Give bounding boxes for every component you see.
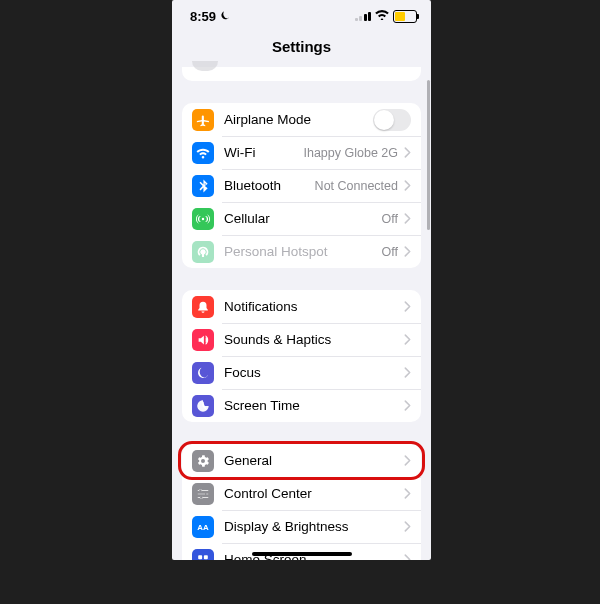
row-hotspot[interactable]: Personal HotspotOff [182, 235, 421, 268]
status-bar: 8:59 [172, 0, 431, 28]
settings-group: Airplane ModeWi-FiIhappy Globe 2GBluetoo… [182, 103, 421, 268]
row-label: Focus [224, 365, 261, 380]
settings-group: NotificationsSounds & HapticsFocusScreen… [182, 290, 421, 422]
chevron-right-icon [404, 180, 411, 191]
cellular-signal-icon [355, 11, 372, 21]
profile-card-truncated[interactable] [182, 67, 421, 81]
chevron-right-icon [404, 521, 411, 532]
row-notifications[interactable]: Notifications [182, 290, 421, 323]
row-label: Personal Hotspot [224, 244, 328, 259]
chevron-right-icon [404, 334, 411, 345]
notifications-icon [192, 296, 214, 318]
row-sounds[interactable]: Sounds & Haptics [182, 323, 421, 356]
chevron-right-icon [404, 554, 411, 560]
iphone-frame: 8:59 Settings Airplane ModeWi-FiIhappy G… [172, 0, 431, 560]
row-label: Sounds & Haptics [224, 332, 331, 347]
bluetooth-icon [192, 175, 214, 197]
chevron-right-icon [404, 488, 411, 499]
toggle-airplane[interactable] [373, 109, 411, 131]
row-label: Cellular [224, 211, 270, 226]
row-focus[interactable]: Focus [182, 356, 421, 389]
display-icon: AA [192, 516, 214, 538]
general-icon [192, 450, 214, 472]
chevron-right-icon [404, 246, 411, 257]
wifi-icon [192, 142, 214, 164]
row-label: Display & Brightness [224, 519, 349, 534]
row-label: Screen Time [224, 398, 300, 413]
scrollbar[interactable] [427, 80, 430, 230]
home-indicator[interactable] [252, 552, 352, 556]
row-label: Wi-Fi [224, 145, 255, 160]
wifi-icon [375, 9, 389, 23]
settings-group: GeneralControl CenterAADisplay & Brightn… [182, 444, 421, 560]
row-screentime[interactable]: Screen Time [182, 389, 421, 422]
do-not-disturb-icon [220, 10, 231, 23]
cellular-icon [192, 208, 214, 230]
focus-icon [192, 362, 214, 384]
avatar [192, 61, 218, 71]
sounds-icon [192, 329, 214, 351]
row-label: Control Center [224, 486, 312, 501]
row-wifi[interactable]: Wi-FiIhappy Globe 2G [182, 136, 421, 169]
row-detail: Off [382, 245, 398, 259]
svg-rect-1 [198, 555, 202, 559]
row-display[interactable]: AADisplay & Brightness [182, 510, 421, 543]
row-detail: Ihappy Globe 2G [303, 146, 398, 160]
row-detail: Off [382, 212, 398, 226]
row-label: Bluetooth [224, 178, 281, 193]
chevron-right-icon [404, 301, 411, 312]
row-bluetooth[interactable]: BluetoothNot Connected [182, 169, 421, 202]
hotspot-icon [192, 241, 214, 263]
homescreen-icon [192, 549, 214, 561]
row-label: Notifications [224, 299, 298, 314]
row-controlcenter[interactable]: Control Center [182, 477, 421, 510]
row-cellular[interactable]: CellularOff [182, 202, 421, 235]
chevron-right-icon [404, 455, 411, 466]
row-detail: Not Connected [315, 179, 398, 193]
clock-time: 8:59 [190, 9, 216, 24]
row-airplane[interactable]: Airplane Mode [182, 103, 421, 136]
controlcenter-icon [192, 483, 214, 505]
chevron-right-icon [404, 213, 411, 224]
battery-icon [393, 10, 417, 23]
chevron-right-icon [404, 400, 411, 411]
row-general[interactable]: General [182, 444, 421, 477]
row-label: Airplane Mode [224, 112, 311, 127]
screentime-icon [192, 395, 214, 417]
airplane-icon [192, 109, 214, 131]
row-label: General [224, 453, 272, 468]
svg-text:AA: AA [197, 522, 209, 531]
chevron-right-icon [404, 147, 411, 158]
svg-rect-2 [204, 555, 208, 559]
chevron-right-icon [404, 367, 411, 378]
